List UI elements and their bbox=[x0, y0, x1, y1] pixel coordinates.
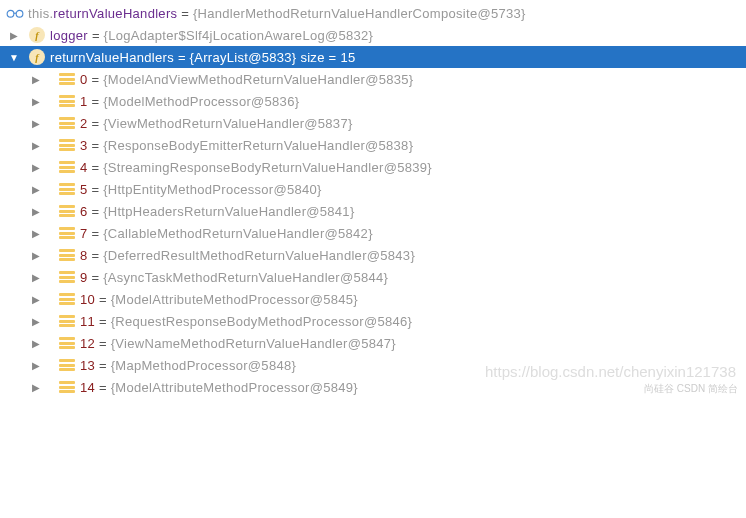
expand-arrow[interactable]: ▶ bbox=[6, 30, 22, 41]
variable-row-logger[interactable]: ▶ f logger = {LogAdapter$Slf4jLocationAw… bbox=[0, 24, 746, 46]
expand-arrow[interactable]: ▶ bbox=[28, 162, 44, 173]
variable-value: {LogAdapter$Slf4jLocationAwareLog@5832} bbox=[104, 28, 374, 43]
list-item[interactable]: ▶11={RequestResponseBodyMethodProcessor@… bbox=[0, 310, 746, 332]
list-item[interactable]: ▶14={ModelAttributeMethodProcessor@5849} bbox=[0, 376, 746, 398]
expand-arrow[interactable]: ▶ bbox=[28, 228, 44, 239]
expand-arrow[interactable]: ▶ bbox=[28, 294, 44, 305]
item-value: {StreamingResponseBodyReturnValueHandler… bbox=[103, 160, 432, 175]
element-icon bbox=[58, 356, 76, 374]
item-value: {ViewNameMethodReturnValueHandler@5847} bbox=[111, 336, 396, 351]
list-item[interactable]: ▶3={ResponseBodyEmitterReturnValueHandle… bbox=[0, 134, 746, 156]
list-item[interactable]: ▶8={DeferredResultMethodReturnValueHandl… bbox=[0, 244, 746, 266]
list-item[interactable]: ▶10={ModelAttributeMethodProcessor@5845} bbox=[0, 288, 746, 310]
item-index: 1 bbox=[80, 94, 88, 109]
variable-name: returnValueHandlers bbox=[53, 6, 177, 21]
variable-name: logger bbox=[50, 28, 88, 43]
equals-sign: = bbox=[92, 72, 100, 87]
equals-sign: = bbox=[99, 292, 107, 307]
item-value: {ModelAttributeMethodProcessor@5849} bbox=[111, 380, 358, 395]
variable-value: {ArrayList@5833} size = 15 bbox=[190, 50, 356, 65]
debug-variables-tree: this. returnValueHandlers = {HandlerMeth… bbox=[0, 0, 746, 398]
collapse-arrow[interactable]: ▼ bbox=[6, 52, 22, 63]
svg-point-0 bbox=[7, 10, 14, 17]
item-value: {DeferredResultMethodReturnValueHandler@… bbox=[103, 248, 415, 263]
equals-sign: = bbox=[92, 226, 100, 241]
equals-sign: = bbox=[92, 160, 100, 175]
list-item[interactable]: ▶6={HttpHeadersReturnValueHandler@5841} bbox=[0, 200, 746, 222]
item-index: 12 bbox=[80, 336, 95, 351]
watch-icon bbox=[6, 4, 24, 22]
variable-value: {HandlerMethodReturnValueHandlerComposit… bbox=[193, 6, 526, 21]
expand-arrow[interactable]: ▶ bbox=[28, 338, 44, 349]
equals-sign: = bbox=[181, 6, 189, 21]
expand-arrow[interactable]: ▶ bbox=[28, 206, 44, 217]
expand-arrow[interactable]: ▶ bbox=[28, 118, 44, 129]
item-index: 5 bbox=[80, 182, 88, 197]
expand-arrow[interactable]: ▶ bbox=[28, 360, 44, 371]
item-index: 8 bbox=[80, 248, 88, 263]
item-index: 3 bbox=[80, 138, 88, 153]
list-item[interactable]: ▶1={ModelMethodProcessor@5836} bbox=[0, 90, 746, 112]
element-icon bbox=[58, 114, 76, 132]
equals-sign: = bbox=[92, 248, 100, 263]
item-index: 14 bbox=[80, 380, 95, 395]
equals-sign: = bbox=[99, 358, 107, 373]
element-icon bbox=[58, 158, 76, 176]
variable-row-root[interactable]: this. returnValueHandlers = {HandlerMeth… bbox=[0, 2, 746, 24]
item-index: 6 bbox=[80, 204, 88, 219]
item-index: 9 bbox=[80, 270, 88, 285]
element-icon bbox=[58, 312, 76, 330]
item-value: {RequestResponseBodyMethodProcessor@5846… bbox=[111, 314, 413, 329]
item-value: {ModelMethodProcessor@5836} bbox=[103, 94, 299, 109]
expand-arrow[interactable]: ▶ bbox=[28, 96, 44, 107]
equals-sign: = bbox=[92, 204, 100, 219]
element-icon bbox=[58, 246, 76, 264]
item-value: {AsyncTaskMethodReturnValueHandler@5844} bbox=[103, 270, 388, 285]
equals-sign: = bbox=[99, 314, 107, 329]
item-index: 4 bbox=[80, 160, 88, 175]
list-item[interactable]: ▶4={StreamingResponseBodyReturnValueHand… bbox=[0, 156, 746, 178]
element-icon bbox=[58, 290, 76, 308]
equals-sign: = bbox=[92, 138, 100, 153]
item-value: {ViewMethodReturnValueHandler@5837} bbox=[103, 116, 352, 131]
equals-sign: = bbox=[99, 336, 107, 351]
expand-arrow[interactable]: ▶ bbox=[28, 316, 44, 327]
element-icon bbox=[58, 92, 76, 110]
field-icon: f bbox=[28, 48, 46, 66]
list-item[interactable]: ▶0={ModelAndViewMethodReturnValueHandler… bbox=[0, 68, 746, 90]
list-item[interactable]: ▶9={AsyncTaskMethodReturnValueHandler@58… bbox=[0, 266, 746, 288]
expand-arrow[interactable]: ▶ bbox=[28, 74, 44, 85]
item-index: 7 bbox=[80, 226, 88, 241]
item-value: {CallableMethodReturnValueHandler@5842} bbox=[103, 226, 373, 241]
variable-name: returnValueHandlers bbox=[50, 50, 174, 65]
list-item[interactable]: ▶12={ViewNameMethodReturnValueHandler@58… bbox=[0, 332, 746, 354]
list-item[interactable]: ▶13={MapMethodProcessor@5848} bbox=[0, 354, 746, 376]
expand-arrow[interactable]: ▶ bbox=[28, 382, 44, 393]
element-icon bbox=[58, 378, 76, 396]
equals-sign: = bbox=[99, 380, 107, 395]
element-icon bbox=[58, 180, 76, 198]
item-value: {ModelAndViewMethodReturnValueHandler@58… bbox=[103, 72, 413, 87]
equals-sign: = bbox=[92, 182, 100, 197]
expand-arrow[interactable]: ▶ bbox=[28, 250, 44, 261]
variable-row-list-selected[interactable]: ▼ f returnValueHandlers = {ArrayList@583… bbox=[0, 46, 746, 68]
item-index: 10 bbox=[80, 292, 95, 307]
element-icon bbox=[58, 202, 76, 220]
item-value: {ModelAttributeMethodProcessor@5845} bbox=[111, 292, 358, 307]
item-index: 2 bbox=[80, 116, 88, 131]
expand-arrow[interactable]: ▶ bbox=[28, 140, 44, 151]
element-icon bbox=[58, 334, 76, 352]
equals-sign: = bbox=[178, 50, 186, 65]
expand-arrow[interactable]: ▶ bbox=[28, 272, 44, 283]
element-icon bbox=[58, 70, 76, 88]
item-value: {HttpEntityMethodProcessor@5840} bbox=[103, 182, 322, 197]
list-item[interactable]: ▶5={HttpEntityMethodProcessor@5840} bbox=[0, 178, 746, 200]
equals-sign: = bbox=[92, 270, 100, 285]
list-item[interactable]: ▶2={ViewMethodReturnValueHandler@5837} bbox=[0, 112, 746, 134]
element-icon bbox=[58, 224, 76, 242]
item-index: 11 bbox=[80, 314, 95, 329]
expand-arrow[interactable]: ▶ bbox=[28, 184, 44, 195]
svg-point-1 bbox=[16, 10, 23, 17]
field-icon: f bbox=[28, 26, 46, 44]
list-item[interactable]: ▶7={CallableMethodReturnValueHandler@584… bbox=[0, 222, 746, 244]
